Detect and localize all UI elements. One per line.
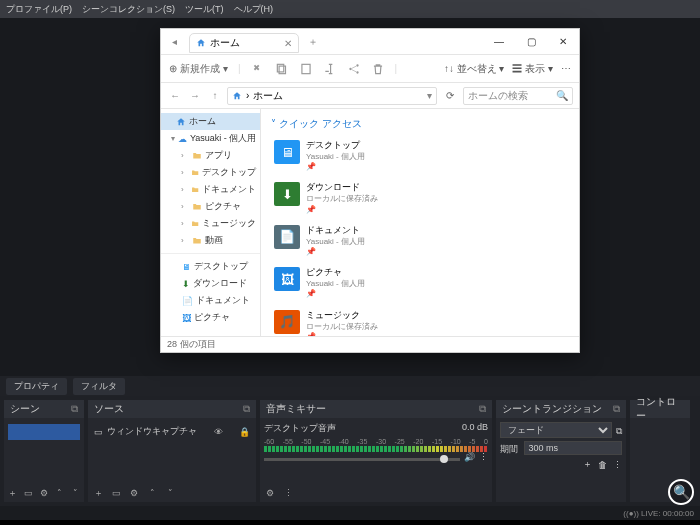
explorer-tab[interactable]: ホーム ✕ (189, 33, 299, 53)
add-scene-button[interactable]: ＋ (8, 487, 18, 500)
section-quick-access[interactable]: ˅ クイック アクセス (271, 117, 569, 131)
menu-help[interactable]: ヘルプ(H) (234, 3, 274, 16)
tab-label: ホーム (210, 36, 240, 50)
duration-label: 期間 (500, 443, 520, 456)
quick-access-folder[interactable]: 🎵ミュージックローカルに保存済み📌 (271, 307, 416, 336)
menu-scene-collection[interactable]: シーンコレクション(S) (82, 3, 175, 16)
rename-icon[interactable] (323, 62, 337, 76)
scene-down-button[interactable]: ˅ (70, 488, 80, 498)
menu-profile[interactable]: プロファイル(P) (6, 3, 72, 16)
tree-pictures[interactable]: 🖼ピクチャ (161, 309, 260, 326)
svg-point-5 (356, 71, 358, 73)
tree-home[interactable]: ホーム (161, 113, 260, 130)
volume-slider[interactable] (264, 458, 460, 461)
svg-rect-1 (277, 64, 283, 72)
tree-item[interactable]: ›アプリ (161, 147, 260, 164)
folder-icon (192, 151, 202, 161)
close-tab-icon[interactable]: ✕ (284, 38, 292, 49)
toolbar: ⊕ 新規作成 ▾ | | ↑↓ 並べ替え ▾ ☰ 表示 ▾ ⋯ (161, 55, 579, 83)
scene-item[interactable] (8, 424, 80, 440)
home-icon (232, 91, 242, 101)
tree-onedrive[interactable]: ▾☁Yasuaki - 個人用 (161, 130, 260, 147)
tree-item[interactable]: ›ピクチャ (161, 198, 260, 215)
doc-icon: 📄 (274, 225, 300, 249)
minimize-button[interactable]: — (483, 29, 515, 55)
quick-access-folder[interactable]: 🖥デスクトップYasuaki - 個人用📌 (271, 137, 416, 175)
cloud-icon: ☁ (178, 134, 187, 144)
refresh-icon[interactable]: ⟳ (441, 90, 459, 101)
quick-access-folder[interactable]: 📄ドキュメントYasuaki - 個人用📌 (271, 222, 416, 260)
tree-item[interactable]: ›ドキュメント (161, 181, 260, 198)
transition-settings-icon[interactable]: ⧉ (616, 426, 622, 437)
visibility-icon[interactable]: 👁 (214, 427, 223, 437)
quick-access-folder[interactable]: 🖼ピクチャYasuaki - 個人用📌 (271, 264, 416, 302)
popout-icon[interactable]: ⧉ (243, 403, 250, 415)
mixer-more-button[interactable]: ⋮ (282, 488, 294, 498)
properties-button[interactable]: プロパティ (6, 378, 67, 395)
download-icon: ⬇ (274, 182, 300, 206)
maximize-button[interactable]: ▢ (515, 29, 547, 55)
add-source-button[interactable]: ＋ (92, 487, 104, 500)
breadcrumb[interactable]: › ホーム ▾ (227, 87, 437, 105)
popout-icon[interactable]: ⧉ (479, 403, 486, 415)
sources-panel: ソース⧉ ▭ ウィンドウキャプチャ 👁 🔒 ＋ ▭ ⚙ ˄ ˅ (88, 400, 256, 502)
share-icon[interactable] (347, 62, 361, 76)
transition-panel: シーントランジション⧉ フェード⧉ 期間 ＋ 🗑 ⋮ (496, 400, 626, 502)
live-indicator: ((●)) LIVE: 00:00:00 (623, 509, 694, 518)
new-tab-button[interactable]: ＋ (303, 35, 323, 49)
menu-tools[interactable]: ツール(T) (185, 3, 224, 16)
mixer-settings-button[interactable]: ⚙ (264, 488, 276, 498)
tree-desktop[interactable]: 🖥デスクトップ (161, 258, 260, 275)
paste-icon[interactable] (299, 62, 313, 76)
duration-input[interactable] (524, 441, 622, 455)
mixer-title: 音声ミキサー (266, 402, 326, 416)
tree-downloads[interactable]: ⬇ダウンロード (161, 275, 260, 292)
popout-icon[interactable]: ⧉ (71, 403, 78, 415)
tab-back-icon[interactable]: ◂ (161, 36, 187, 47)
mixer-db-value: 0.0 dB (462, 422, 488, 435)
search-input[interactable]: ホームの検索🔍 (463, 87, 573, 105)
mixer-more-icon[interactable]: ⋮ (479, 452, 488, 462)
source-settings-button[interactable]: ⚙ (128, 488, 140, 498)
remove-source-button[interactable]: ▭ (110, 488, 122, 498)
home-icon (196, 38, 206, 48)
tree-documents[interactable]: 📄ドキュメント (161, 292, 260, 309)
address-bar-row: ← → ↑ › ホーム ▾ ⟳ ホームの検索🔍 (161, 83, 579, 109)
preview-area: ◂ ホーム ✕ ＋ — ▢ ✕ ⊕ 新規作成 ▾ | | ↑↓ 並べ替え ▾ (0, 18, 700, 376)
source-up-button[interactable]: ˄ (146, 488, 158, 498)
scene-up-button[interactable]: ˄ (55, 488, 65, 498)
popout-icon[interactable]: ⧉ (613, 403, 620, 415)
search-icon: 🔍 (556, 90, 568, 101)
filters-button[interactable]: フィルタ (73, 378, 125, 395)
pictures-icon: 🖼 (182, 313, 191, 323)
more-button[interactable]: ⋯ (561, 63, 571, 74)
speaker-icon[interactable]: 🔊 (464, 452, 475, 462)
new-button[interactable]: ⊕ 新規作成 ▾ (169, 62, 228, 76)
nav-forward-icon[interactable]: → (187, 90, 203, 101)
remove-scene-button[interactable]: ▭ (24, 488, 34, 498)
scene-settings-button[interactable]: ⚙ (39, 488, 49, 498)
delete-icon[interactable] (371, 62, 385, 76)
tree-item[interactable]: ›動画 (161, 232, 260, 249)
source-down-button[interactable]: ˅ (164, 488, 176, 498)
add-transition-button[interactable]: ＋ (583, 458, 592, 471)
mixer-track-label: デスクトップ音声 (264, 422, 336, 435)
quick-access-folder[interactable]: ⬇ダウンロードローカルに保存済み📌 (271, 179, 416, 217)
pic-icon: 🖼 (274, 267, 300, 291)
nav-up-icon[interactable]: ↑ (207, 90, 223, 101)
nav-back-icon[interactable]: ← (167, 90, 183, 101)
lock-icon[interactable]: 🔒 (239, 427, 250, 437)
view-button[interactable]: ☰ 表示 ▾ (512, 62, 553, 76)
tree-item[interactable]: ›デスクトップ (161, 164, 260, 181)
sort-button[interactable]: ↑↓ 並べ替え ▾ (444, 62, 505, 76)
tree-item[interactable]: ›ミュージック (161, 215, 260, 232)
copy-icon[interactable] (275, 62, 289, 76)
docks: シーン⧉ ＋ ▭ ⚙ ˄ ˅ ソース⧉ ▭ ウィンドウキャプチャ 👁 🔒 ＋ ▭… (0, 396, 700, 506)
transition-more-button[interactable]: ⋮ (613, 460, 622, 470)
transition-select[interactable]: フェード (500, 422, 612, 438)
magnify-icon[interactable]: 🔍 (668, 479, 694, 505)
cut-icon[interactable] (251, 62, 265, 76)
remove-transition-button[interactable]: 🗑 (598, 460, 607, 470)
source-item[interactable]: ▭ ウィンドウキャプチャ 👁 🔒 (92, 422, 252, 441)
close-window-button[interactable]: ✕ (547, 29, 579, 55)
